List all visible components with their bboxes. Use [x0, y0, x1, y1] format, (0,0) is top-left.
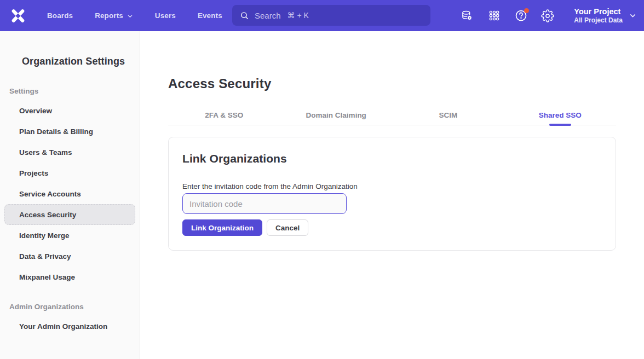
chevron-down-icon [127, 13, 133, 19]
search-shortcut: ⌘ + K [288, 11, 309, 20]
help-icon[interactable] [514, 9, 528, 23]
project-data-scope: All Project Data [574, 16, 623, 25]
tab-label: Shared SSO [539, 111, 582, 119]
top-navigation-bar: Boards Reports Users Events Search ⌘ + K [0, 0, 644, 31]
sidebar-item-your-admin-organization[interactable]: Your Admin Organization [4, 316, 135, 337]
global-search-input[interactable]: Search ⌘ + K [232, 5, 430, 26]
invitation-code-input[interactable] [182, 193, 347, 214]
sidebar-section-admin-organizations: Admin Organizations [9, 303, 140, 311]
sidebar-title: Organization Settings [22, 56, 140, 67]
sidebar-item-service-accounts[interactable]: Service Accounts [4, 183, 135, 204]
nav-item-label: Reports [95, 11, 123, 20]
page-title: Access Security [168, 76, 616, 91]
sidebar-items: Your Admin Organization [0, 316, 140, 337]
sidebar-item-projects[interactable]: Projects [4, 163, 135, 183]
main-content: Access Security 2FA & SSO Domain Claimin… [140, 31, 644, 359]
apps-grid-icon[interactable] [487, 9, 501, 23]
active-tab-underline [549, 124, 571, 126]
sidebar-section-settings: Settings [9, 87, 140, 95]
chevron-down-icon [629, 12, 636, 19]
nav-item-events[interactable]: Events [198, 11, 222, 20]
nav-right-cluster: Your Project All Project Data [460, 0, 636, 31]
nav-item-label: Users [155, 11, 176, 20]
org-settings-sidebar: Organization Settings Settings Overview … [0, 31, 140, 359]
sidebar-item-identity-merge[interactable]: Identity Merge [4, 225, 135, 246]
project-name: Your Project [574, 7, 623, 16]
sidebar-item-access-security[interactable]: Access Security [4, 204, 135, 225]
sidebar-item-label: Overview [19, 107, 52, 115]
sidebar-item-label: Users & Teams [19, 148, 72, 157]
sidebar-item-label: Access Security [19, 211, 76, 219]
sidebar-item-users-teams[interactable]: Users & Teams [4, 142, 135, 163]
invitation-code-label: Enter the invitation code from the Admin… [182, 182, 602, 190]
link-organization-button[interactable]: Link Organization [182, 219, 262, 236]
nav-item-users[interactable]: Users [155, 11, 176, 20]
tab-label: SCIM [439, 111, 457, 119]
sidebar-item-plan-details-billing[interactable]: Plan Details & Billing [4, 121, 135, 142]
sidebar-items: Overview Plan Details & Billing Users & … [0, 100, 140, 287]
tab-shared-sso[interactable]: Shared SSO [504, 106, 617, 125]
cancel-button[interactable]: Cancel [267, 219, 308, 236]
access-security-tabs: 2FA & SSO Domain Claiming SCIM Shared SS… [168, 106, 616, 125]
nav-item-boards[interactable]: Boards [47, 11, 73, 20]
tab-scim[interactable]: SCIM [392, 106, 504, 125]
sidebar-item-label: Identity Merge [19, 231, 70, 240]
sidebar-item-label: Data & Privacy [19, 252, 71, 260]
nav-item-reports[interactable]: Reports [95, 11, 133, 20]
sidebar-item-label: Service Accounts [19, 190, 81, 198]
search-placeholder: Search [255, 11, 281, 20]
mixpanel-logo[interactable] [10, 8, 26, 24]
notification-badge [524, 8, 529, 13]
sidebar-item-label: Projects [19, 169, 48, 177]
project-switcher[interactable]: Your Project All Project Data [574, 7, 636, 25]
sidebar-item-label: Your Admin Organization [19, 322, 107, 331]
sidebar-item-mixpanel-usage[interactable]: Mixpanel Usage [4, 267, 135, 287]
sidebar-item-label: Plan Details & Billing [19, 128, 93, 136]
tab-domain-claiming[interactable]: Domain Claiming [280, 106, 393, 125]
card-actions: Link Organization Cancel [182, 219, 602, 236]
nav-item-label: Boards [47, 11, 73, 20]
sidebar-item-data-privacy[interactable]: Data & Privacy [4, 246, 135, 267]
tab-label: 2FA & SSO [205, 111, 243, 119]
card-title: Link Organizations [182, 152, 602, 165]
data-management-icon[interactable] [460, 9, 474, 23]
sidebar-item-label: Mixpanel Usage [19, 273, 75, 281]
primary-nav: Boards Reports Users Events [47, 11, 222, 20]
nav-item-label: Events [198, 11, 222, 20]
settings-gear-icon[interactable] [540, 9, 555, 23]
tab-2fa-sso[interactable]: 2FA & SSO [168, 106, 280, 125]
sidebar-item-overview[interactable]: Overview [4, 100, 135, 121]
link-organizations-card: Link Organizations Enter the invitation … [168, 137, 616, 251]
search-icon [240, 11, 249, 20]
tab-label: Domain Claiming [306, 111, 366, 119]
